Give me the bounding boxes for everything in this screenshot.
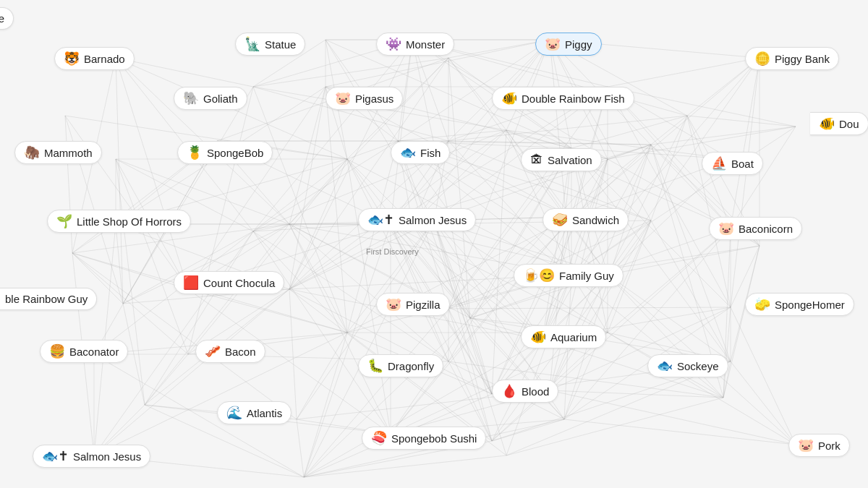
- node-salvation[interactable]: 🏚Salvation: [521, 148, 602, 171]
- node-label-pigasus: Pigasus: [355, 93, 393, 105]
- node-icon-spongebobsushi: 🍣: [371, 432, 387, 445]
- node-label-eye: eye: [0, 12, 4, 25]
- node-spongebob[interactable]: 🍍SpongeBob: [177, 141, 273, 164]
- node-icon-sandwich: 🥪: [552, 213, 568, 226]
- node-icon-barnado: 🐯: [64, 52, 80, 65]
- node-doublerainbowfish[interactable]: 🐠Double Rainbow Fish: [492, 87, 634, 110]
- node-label-piggy: Piggy: [565, 38, 592, 51]
- node-icon-countchocula: 🟥: [183, 276, 199, 289]
- node-sockeye[interactable]: 🐟Sockeye: [647, 354, 728, 377]
- node-icon-atlantis: 🌊: [226, 406, 242, 419]
- node-piggy[interactable]: 🐷Piggy: [535, 33, 602, 56]
- node-mammoth[interactable]: 🦣Mammoth: [14, 141, 102, 164]
- node-label-baconator: Baconator: [69, 346, 119, 358]
- node-label-spongebobsushi: Spongebob Sushi: [391, 432, 477, 445]
- node-fish[interactable]: 🐟Fish: [391, 141, 450, 164]
- node-label-dou: Dou: [839, 118, 859, 130]
- node-icon-familyguy: 🍺😊: [523, 269, 555, 282]
- node-label-sandwich: Sandwich: [572, 214, 619, 226]
- node-label-monster: Monster: [406, 38, 445, 51]
- node-icon-dou: 🐠: [819, 117, 835, 130]
- node-label-piggybank: Piggy Bank: [775, 53, 830, 65]
- node-icon-baconator: 🍔: [49, 345, 65, 358]
- node-icon-monster: 👾: [386, 38, 401, 51]
- node-label-bacon: Bacon: [225, 346, 256, 358]
- node-icon-pigasus: 🐷: [335, 92, 351, 105]
- node-icon-goliath: 🐘: [183, 92, 199, 105]
- node-icon-piggybank: 🪙: [754, 52, 770, 65]
- node-sandwich[interactable]: 🥪Sandwich: [542, 208, 629, 231]
- node-littleshopofhorrors[interactable]: 🌱Little Shop Of Horrors: [47, 210, 191, 233]
- node-blood[interactable]: 🩸Blood: [492, 380, 558, 403]
- node-pork[interactable]: 🐷Pork: [788, 434, 850, 457]
- node-icon-pork: 🐷: [798, 439, 814, 452]
- node-label-aquarium: Aquarium: [550, 331, 597, 343]
- node-icon-salvation: 🏚: [530, 153, 543, 166]
- node-label-mammoth: Mammoth: [44, 147, 93, 159]
- node-spongebobsushi[interactable]: 🍣Spongebob Sushi: [362, 427, 486, 450]
- node-statue[interactable]: 🗽Statue: [235, 33, 305, 56]
- node-countchocula[interactable]: 🟥Count Chocula: [174, 271, 284, 294]
- node-icon-boat: ⛵: [711, 157, 727, 170]
- node-icon-spongehomer: 🧽: [754, 298, 770, 311]
- node-label-salmonjesus2: Salmon Jesus: [73, 450, 141, 463]
- node-icon-fish: 🐟: [400, 146, 416, 159]
- node-goliath[interactable]: 🐘Goliath: [174, 87, 247, 110]
- node-boat[interactable]: ⛵Boat: [702, 152, 763, 175]
- node-baconator[interactable]: 🍔Baconator: [40, 340, 128, 363]
- node-dragonfly[interactable]: 🐛Dragonfly: [358, 354, 443, 377]
- node-icon-baconicorn: 🐷: [718, 222, 734, 235]
- node-icon-aquarium: 🐠: [530, 330, 546, 343]
- first-discovery-label: First Discovery: [366, 247, 419, 256]
- node-label-boat: Boat: [731, 158, 754, 170]
- node-icon-bacon: 🥓: [205, 345, 221, 358]
- node-label-statue: Statue: [265, 38, 296, 51]
- node-salmonjesus[interactable]: 🐟✝Salmon Jesus: [358, 208, 476, 231]
- node-icon-spongebob: 🍍: [187, 146, 203, 159]
- node-label-countchocula: Count Chocula: [203, 277, 275, 289]
- node-icon-blood: 🩸: [501, 385, 517, 398]
- node-label-sockeye: Sockeye: [677, 360, 719, 372]
- node-label-blerainbowguy: ble Rainbow Guy: [5, 293, 88, 305]
- node-baconicorn[interactable]: 🐷Baconicorn: [709, 217, 802, 240]
- node-icon-salmonjesus2: 🐟✝: [42, 450, 69, 463]
- node-label-salvation: Salvation: [548, 154, 592, 166]
- node-label-dragonfly: Dragonfly: [388, 360, 434, 372]
- node-bacon[interactable]: 🥓Bacon: [195, 340, 265, 363]
- node-icon-pigzilla: 🐷: [386, 298, 401, 311]
- node-label-baconicorn: Baconicorn: [739, 223, 793, 235]
- node-label-pigzilla: Pigzilla: [406, 299, 441, 311]
- node-label-spongehomer: SpongeHomer: [775, 299, 845, 311]
- node-icon-piggy: 🐷: [545, 38, 561, 51]
- node-barnado[interactable]: 🐯Barnado: [54, 47, 135, 70]
- node-aquarium[interactable]: 🐠Aquarium: [521, 325, 606, 348]
- node-icon-salmonjesus: 🐟✝: [367, 213, 394, 226]
- node-salmonjesus2[interactable]: 🐟✝Salmon Jesus: [33, 445, 150, 468]
- node-label-familyguy: Family Guy: [559, 270, 614, 282]
- node-label-goliath: Goliath: [203, 93, 238, 105]
- node-label-salmonjesus: Salmon Jesus: [399, 214, 467, 226]
- node-label-littleshopofhorrors: Little Shop Of Horrors: [77, 215, 182, 228]
- node-label-fish: Fish: [420, 147, 441, 159]
- node-label-atlantis: Atlantis: [247, 407, 282, 419]
- node-piggybank[interactable]: 🪙Piggy Bank: [745, 47, 839, 70]
- node-icon-doublerainbowfish: 🐠: [501, 92, 517, 105]
- node-atlantis[interactable]: 🌊Atlantis: [217, 401, 292, 424]
- node-icon-mammoth: 🦣: [24, 146, 40, 159]
- node-label-barnado: Barnado: [84, 53, 125, 65]
- network-canvas: [0, 0, 868, 488]
- node-label-spongebob: SpongeBob: [207, 147, 263, 159]
- node-monster[interactable]: 👾Monster: [376, 33, 454, 56]
- node-icon-statue: 🗽: [244, 38, 260, 51]
- node-spongehomer[interactable]: 🧽SpongeHomer: [745, 293, 854, 316]
- node-blerainbowguy[interactable]: ble Rainbow Guy: [0, 288, 97, 310]
- node-familyguy[interactable]: 🍺😊Family Guy: [514, 264, 624, 287]
- node-dou[interactable]: 🐠Dou: [810, 112, 868, 135]
- node-icon-dragonfly: 🐛: [367, 359, 383, 372]
- node-pigasus[interactable]: 🐷Pigasus: [326, 87, 403, 110]
- node-icon-littleshopofhorrors: 🌱: [56, 215, 72, 228]
- node-label-doublerainbowfish: Double Rainbow Fish: [522, 93, 625, 105]
- node-pigzilla[interactable]: 🐷Pigzilla: [376, 293, 450, 316]
- node-icon-sockeye: 🐟: [657, 359, 673, 372]
- node-label-pork: Pork: [818, 440, 841, 452]
